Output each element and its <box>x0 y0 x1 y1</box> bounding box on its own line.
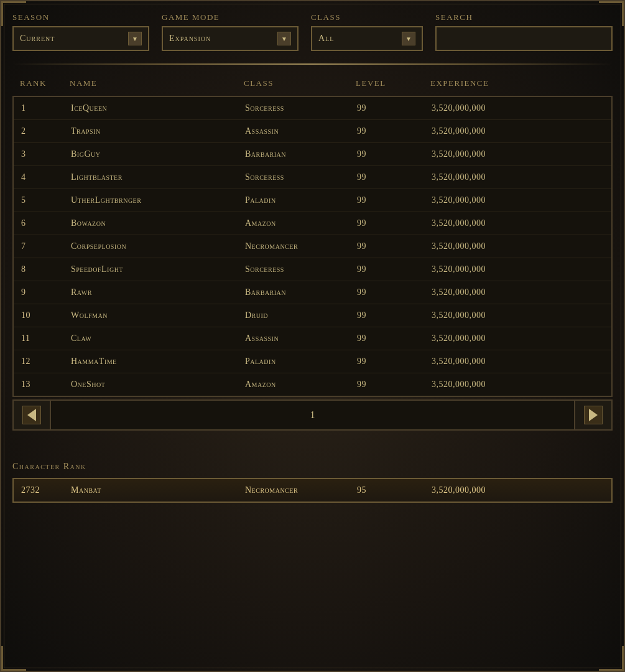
cell-class: Assassin <box>245 126 357 136</box>
cell-level: 99 <box>357 310 432 320</box>
cell-class: Barbarian <box>245 149 357 159</box>
page-next-button[interactable] <box>574 401 611 429</box>
char-level-value: 95 <box>357 485 432 495</box>
cell-class: Amazon <box>245 380 357 390</box>
table-row[interactable]: 13 OneShot Amazon 99 3,520,000,000 <box>14 373 611 396</box>
gamemode-filter-group: Game Mode Expansion ▼ <box>162 12 299 51</box>
cell-class: Necromancer <box>245 241 357 251</box>
cell-level: 99 <box>357 103 432 113</box>
char-class-value: Necromancer <box>245 485 357 495</box>
prev-icon <box>22 406 41 424</box>
cell-rank: 3 <box>21 149 71 159</box>
season-dropdown-arrow: ▼ <box>128 32 142 45</box>
class-value: All <box>318 34 398 44</box>
class-dropdown-arrow: ▼ <box>402 32 415 45</box>
cell-experience: 3,520,000,000 <box>432 149 604 159</box>
cell-rank: 9 <box>21 287 71 297</box>
table-row[interactable]: 11 Claw Assassin 99 3,520,000,000 <box>14 327 611 350</box>
cell-level: 99 <box>357 149 432 159</box>
class-filter-group: Class All ▼ <box>311 12 423 51</box>
corner-tl <box>1 1 26 26</box>
corner-tr <box>599 1 624 26</box>
col-level: Level <box>356 78 430 88</box>
cell-class: Amazon <box>245 218 357 228</box>
filter-row: Season Current ▼ Game Mode Expansion ▼ C… <box>12 12 613 51</box>
cell-experience: 3,520,000,000 <box>432 218 604 228</box>
cell-rank: 13 <box>21 380 71 390</box>
cell-level: 99 <box>357 172 432 182</box>
cell-name: Wolfman <box>71 310 245 320</box>
table-row[interactable]: 7 Corpseplosion Necromancer 99 3,520,000… <box>14 235 611 258</box>
cell-experience: 3,520,000,000 <box>432 287 604 297</box>
cell-name: Lightblaster <box>71 172 245 182</box>
cell-level: 99 <box>357 126 432 136</box>
gamemode-select[interactable]: Expansion ▼ <box>162 26 299 51</box>
cell-rank: 11 <box>21 334 71 343</box>
table-row[interactable]: 10 Wolfman Druid 99 3,520,000,000 <box>14 304 611 327</box>
table-row[interactable]: 6 Bowazon Amazon 99 3,520,000,000 <box>14 212 611 235</box>
cell-experience: 3,520,000,000 <box>432 195 604 205</box>
cell-class: Druid <box>245 310 357 320</box>
cell-rank: 12 <box>21 357 71 366</box>
cell-rank: 10 <box>21 310 71 320</box>
cell-name: Corpseplosion <box>71 241 245 251</box>
corner-br <box>599 646 624 671</box>
table-row[interactable]: 2 Trapsin Assassin 99 3,520,000,000 <box>14 120 611 143</box>
cell-name: HammaTime <box>71 357 245 366</box>
cell-class: Barbarian <box>245 287 357 297</box>
table-row[interactable]: 4 Lightblaster Sorceress 99 3,520,000,00… <box>14 166 611 189</box>
header-divider <box>12 63 613 65</box>
class-label: Class <box>311 12 423 22</box>
table-row[interactable]: 3 BigGuy Barbarian 99 3,520,000,000 <box>14 143 611 166</box>
page-number: 1 <box>51 409 574 421</box>
cell-experience: 3,520,000,000 <box>432 264 604 274</box>
cell-name: Rawr <box>71 287 245 297</box>
cell-experience: 3,520,000,000 <box>432 241 604 251</box>
col-rank: Rank <box>20 78 70 88</box>
table-row[interactable]: 12 HammaTime Paladin 99 3,520,000,000 <box>14 350 611 373</box>
cell-name: OneShot <box>71 380 245 390</box>
cell-experience: 3,520,000,000 <box>432 380 604 390</box>
cell-level: 99 <box>357 195 432 205</box>
col-class: Class <box>244 78 356 88</box>
cell-experience: 3,520,000,000 <box>432 126 604 136</box>
leaderboard-table: 1 IceQueen Sorceress 99 3,520,000,000 2 … <box>12 96 613 397</box>
cell-experience: 3,520,000,000 <box>432 310 604 320</box>
cell-rank: 7 <box>21 241 71 251</box>
class-select[interactable]: All ▼ <box>311 26 423 51</box>
gamemode-label: Game Mode <box>162 12 299 22</box>
char-experience-value: 3,520,000,000 <box>432 485 604 495</box>
character-rank-section: Character Rank 2732 Manbat Necromancer 9… <box>12 462 613 503</box>
table-row[interactable]: 9 Rawr Barbarian 99 3,520,000,000 <box>14 281 611 304</box>
cell-class: Assassin <box>245 334 357 343</box>
cell-class: Sorceress <box>245 172 357 182</box>
season-filter-group: Season Current ▼ <box>12 12 149 51</box>
character-rank-row: 2732 Manbat Necromancer 95 3,520,000,000 <box>12 478 613 503</box>
cell-class: Paladin <box>245 357 357 366</box>
cell-level: 99 <box>357 218 432 228</box>
search-filter-group: Search <box>435 12 613 51</box>
search-input[interactable] <box>435 26 613 51</box>
col-experience: Experience <box>430 78 605 88</box>
character-rank-label: Character Rank <box>12 462 613 472</box>
cell-rank: 4 <box>21 172 71 182</box>
season-label: Season <box>12 12 149 22</box>
cell-rank: 2 <box>21 126 71 136</box>
table-row[interactable]: 1 IceQueen Sorceress 99 3,520,000,000 <box>14 97 611 120</box>
cell-experience: 3,520,000,000 <box>432 357 604 366</box>
table-row[interactable]: 5 UtherLghtbrnger Paladin 99 3,520,000,0… <box>14 189 611 212</box>
cell-level: 99 <box>357 380 432 390</box>
season-select[interactable]: Current ▼ <box>12 26 149 51</box>
char-name-value: Manbat <box>71 485 245 495</box>
cell-experience: 3,520,000,000 <box>432 172 604 182</box>
cell-level: 99 <box>357 287 432 297</box>
left-arrow-icon <box>27 409 36 421</box>
season-value: Current <box>20 34 124 44</box>
cell-rank: 6 <box>21 218 71 228</box>
cell-experience: 3,520,000,000 <box>432 334 604 343</box>
char-rank-value: 2732 <box>21 485 71 495</box>
table-row[interactable]: 8 SpeedofLight Sorceress 99 3,520,000,00… <box>14 258 611 281</box>
page-prev-button[interactable] <box>14 401 51 429</box>
cell-name: Bowazon <box>71 218 245 228</box>
gamemode-dropdown-arrow: ▼ <box>277 32 291 45</box>
